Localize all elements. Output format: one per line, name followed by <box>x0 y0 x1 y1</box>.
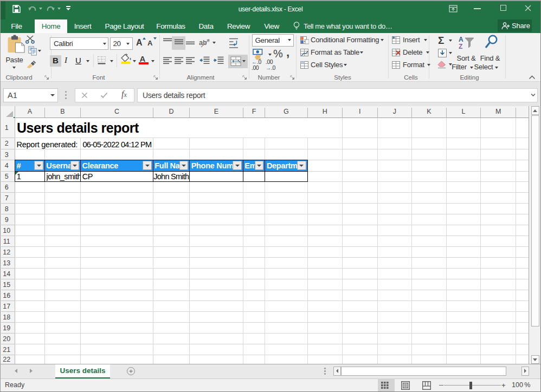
svg-text:Z: Z <box>459 43 462 50</box>
svg-text:A: A <box>459 36 463 43</box>
